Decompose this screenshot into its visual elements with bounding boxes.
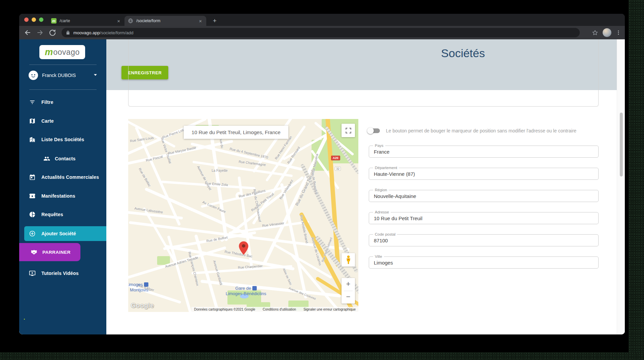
code-postal-field[interactable]: Code postal 87100 (369, 234, 599, 246)
tab-carte[interactable]: m /carte × (48, 16, 124, 26)
people-icon (43, 155, 50, 162)
logo-rest: oovago (53, 48, 79, 57)
sidebar-item-liste-societes[interactable]: Liste Des Sociétés (19, 133, 106, 146)
field-value: 87100 (374, 238, 388, 243)
field-label: Pays (373, 144, 385, 148)
sidebar-item-carte[interactable]: Carte (19, 114, 106, 128)
sidebar-item-filtre[interactable]: Filtre (19, 95, 106, 109)
chevron-down-icon (94, 74, 97, 76)
map-address-tooltip: 10 Rue du Petit Treuil, Limoges, France (184, 126, 288, 139)
field-label: Région (373, 188, 389, 192)
terms-link[interactable]: Conditions d'utilisation (263, 308, 296, 311)
page-scrollbar[interactable] (617, 39, 625, 334)
traffic-lights (24, 17, 43, 22)
bookmark-star-icon[interactable] (592, 29, 599, 36)
divider (29, 89, 97, 90)
desktop-wallpaper (629, 0, 644, 360)
field-label: Adresse (373, 210, 391, 214)
a20-road-badge: A20 (331, 156, 340, 160)
map-attribution: Données cartographiques ©2021 Google Con… (191, 307, 358, 312)
sidebar-item-contacts[interactable]: Contacts (19, 152, 106, 165)
close-tab-icon[interactable]: × (116, 18, 121, 24)
sidebar-item-ajouter-societe[interactable]: Ajouter Société (24, 226, 106, 241)
field-label: Code postal (373, 232, 397, 236)
divider (29, 65, 97, 65)
desktop-wallpaper (0, 352, 644, 360)
field-label: Département (373, 166, 399, 170)
pays-field[interactable]: Pays France (369, 146, 599, 158)
zoom-window-button[interactable] (39, 17, 43, 22)
transit-label-gare[interactable]: Gare de Limoges-Bénédictins (224, 286, 268, 296)
region-field[interactable]: Région Nouvelle-Aquitaine (369, 190, 599, 202)
tab-label: /carte (60, 18, 116, 23)
address-bar[interactable]: moovago.app/societe/form/add (62, 28, 580, 37)
field-value: France (374, 149, 390, 155)
marker-move-toggle[interactable] (368, 127, 380, 134)
map-icon (29, 118, 36, 124)
zoom-in-button[interactable]: + (342, 278, 355, 291)
departement-field[interactable]: Département Haute-Vienne (87) (369, 168, 599, 180)
ville-field[interactable]: Ville Limoges (369, 256, 599, 269)
close-tab-icon[interactable]: × (198, 18, 203, 24)
street-label: Rue de Bellac (138, 167, 152, 187)
sidebar-item-manifestations[interactable]: Manifestations (19, 189, 106, 203)
transit-label-montjovis[interactable]: Limoges Montjovis (128, 282, 148, 293)
street-label: Rue Pierre Loti (162, 128, 184, 139)
logo-m: m (45, 47, 53, 57)
toolbar-right (592, 26, 621, 39)
minimize-window-button[interactable] (32, 17, 36, 22)
pegman-button[interactable] (342, 253, 355, 267)
pie-chart-icon (29, 211, 36, 218)
reload-icon[interactable] (48, 29, 57, 37)
zoom-out-button[interactable]: − (342, 291, 355, 304)
map-marker[interactable] (239, 241, 248, 255)
report-error-link[interactable]: Signaler une erreur cartographique (303, 308, 356, 311)
moovago-logo[interactable]: moovago (39, 45, 85, 59)
user-menu[interactable]: Franck DUBOIS (19, 70, 106, 83)
notification-dot (24, 319, 25, 320)
moovago-favicon: m (51, 18, 57, 24)
menu-dots-icon[interactable] (615, 30, 621, 36)
sidebar: moovago Franck DUBOIS Filtre (19, 39, 106, 334)
scrollbar-thumb[interactable] (620, 113, 623, 176)
section-box (128, 39, 599, 107)
adresse-field[interactable]: Adresse 10 Rue du Petit Treuil (369, 212, 599, 224)
fullscreen-icon (345, 127, 352, 134)
street-label: Avenue de Louyat (196, 165, 212, 191)
new-tab-button[interactable]: + (210, 16, 219, 25)
sidebar-item-parrainer[interactable]: PARRAINER (19, 243, 80, 261)
plus-circle-icon (29, 230, 36, 237)
train-icon (252, 286, 257, 290)
divider (344, 291, 353, 291)
lock-icon (66, 30, 70, 35)
tab-societe-form[interactable]: /societe/form × (124, 16, 206, 26)
browser-profile-avatar[interactable] (603, 28, 611, 37)
url-text: moovago.app/societe/form/add (73, 30, 134, 35)
back-icon[interactable] (24, 29, 32, 37)
train-icon (144, 282, 148, 287)
handshake-icon (30, 248, 38, 256)
user-avatar-icon (29, 71, 38, 80)
sidebar-item-tutoriels[interactable]: Tutoriels Vidéos (19, 267, 106, 280)
field-value: Nouvelle-Aquitaine (374, 193, 416, 199)
calendar-icon (29, 174, 36, 181)
field-value: Limoges (374, 260, 393, 266)
forward-icon[interactable] (36, 29, 44, 37)
attribution-copyright: Données cartographiques ©2021 Google (194, 308, 255, 311)
url-host: moovago.app (73, 30, 100, 35)
tab-label: /societe/form (136, 18, 198, 23)
street-label: La Fayette (212, 169, 227, 172)
close-window-button[interactable] (24, 17, 29, 22)
sidebar-item-requetes[interactable]: Requêtes (19, 208, 106, 221)
map-fullscreen-button[interactable] (342, 124, 355, 137)
map-zoom-control: + − (342, 278, 355, 304)
toggle-knob (367, 127, 374, 134)
url-path: /societe/form/add (100, 30, 134, 35)
user-name: Franck DUBOIS (42, 73, 76, 78)
sidebar-item-actualites[interactable]: Actualités Commerciales (19, 170, 106, 184)
google-map[interactable]: Rue Saint-LouisRue Pierre LotiRue Victor… (128, 119, 358, 312)
google-logo: Google (131, 302, 154, 309)
globe-icon (128, 18, 133, 24)
field-value: 10 Rue du Petit Treuil (374, 215, 422, 221)
filter-icon (29, 99, 36, 106)
